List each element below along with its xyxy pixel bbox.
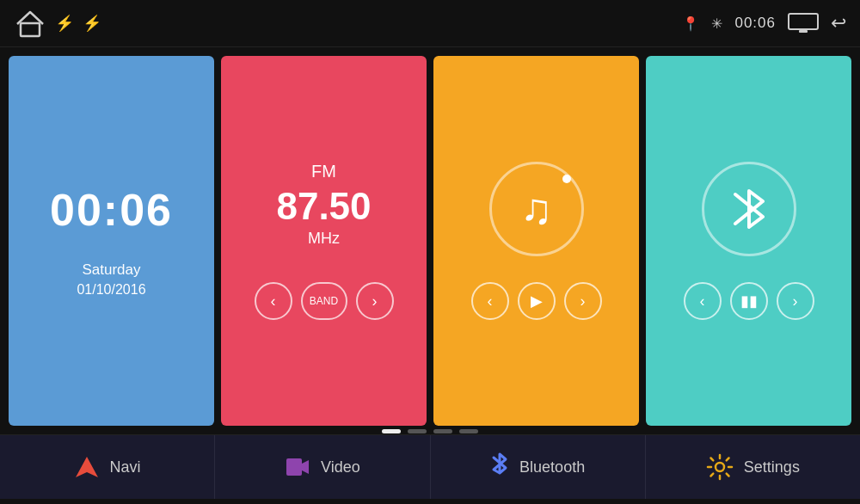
radio-band-button[interactable]: BAND	[301, 282, 347, 320]
clock-date: 01/10/2016	[77, 282, 145, 298]
svg-rect-4	[286, 458, 302, 476]
location-icon: 📍	[682, 15, 699, 32]
bluetooth-icon-circle	[702, 162, 796, 256]
music-controls: ‹ ▶ ›	[471, 282, 602, 320]
svg-marker-5	[302, 460, 309, 474]
svg-line-14	[710, 474, 713, 476]
bluetooth-card[interactable]: ‹ ▮▮ ›	[646, 56, 851, 426]
music-icon-circle: ♫	[489, 162, 584, 256]
status-time: 00:06	[734, 15, 776, 32]
bt-next-button[interactable]: ›	[777, 282, 814, 320]
music-card[interactable]: ♫ ‹ ▶ ›	[433, 56, 639, 426]
page-dots	[382, 429, 478, 433]
page-dot-1[interactable]	[382, 429, 401, 433]
nav-bar: Navi Video Bluetooth	[0, 434, 860, 499]
nav-item-bluetooth[interactable]: Bluetooth	[431, 435, 646, 499]
video-icon	[285, 456, 310, 478]
back-icon[interactable]: ↩	[831, 12, 846, 34]
page-dot-4[interactable]	[459, 429, 478, 433]
svg-line-12	[727, 474, 729, 476]
clock-card[interactable]: 00:06 Saturday 01/10/2016	[9, 56, 214, 426]
svg-rect-1	[789, 14, 818, 29]
screen-icon[interactable]	[788, 13, 819, 34]
status-left: ⚡ ⚡	[14, 9, 101, 38]
cards-area: 00:06 Saturday 01/10/2016 FM 87.50 MHz ‹…	[0, 47, 860, 434]
svg-marker-3	[76, 457, 98, 477]
nav-item-settings[interactable]: Settings	[646, 435, 860, 499]
music-note-icon: ♫	[520, 184, 553, 234]
usb-icon-1: ⚡	[55, 14, 74, 33]
music-play-button[interactable]: ▶	[518, 282, 556, 320]
usb-icon-2: ⚡	[83, 14, 101, 33]
radio-frequency: 87.50	[276, 185, 371, 228]
radio-prev-button[interactable]: ‹	[255, 282, 292, 320]
nav-label-bluetooth: Bluetooth	[519, 458, 585, 476]
svg-line-11	[710, 458, 713, 461]
radio-label: FM	[311, 162, 336, 181]
svg-point-6	[716, 463, 724, 471]
clock-time: 00:06	[50, 184, 173, 236]
page-dot-3[interactable]	[433, 429, 452, 433]
radio-card[interactable]: FM 87.50 MHz ‹ BAND ›	[221, 56, 427, 426]
navi-icon	[74, 454, 100, 480]
home-icon[interactable]	[14, 9, 46, 38]
radio-controls: ‹ BAND ›	[255, 282, 394, 320]
bt-controls: ‹ ▮▮ ›	[684, 282, 814, 320]
bluetooth-nav-icon	[490, 452, 509, 482]
nav-label-settings: Settings	[744, 458, 800, 476]
bt-playpause-button[interactable]: ▮▮	[730, 282, 768, 320]
svg-rect-0	[21, 23, 40, 36]
settings-icon	[706, 453, 734, 481]
bt-prev-button[interactable]: ‹	[684, 282, 722, 320]
status-right: 📍 ✳ 00:06 ↩	[682, 12, 846, 34]
radio-next-button[interactable]: ›	[356, 282, 394, 320]
status-bar: ⚡ ⚡ 📍 ✳ 00:06 ↩	[0, 0, 860, 47]
nav-label-video: Video	[321, 458, 360, 476]
clock-day: Saturday	[82, 261, 140, 279]
music-prev-button[interactable]: ‹	[471, 282, 509, 320]
nav-item-navi[interactable]: Navi	[0, 435, 215, 499]
svg-rect-2	[799, 30, 808, 33]
bluetooth-status-icon: ✳	[711, 15, 722, 32]
svg-line-13	[727, 458, 729, 461]
nav-label-navi: Navi	[110, 458, 141, 476]
nav-item-video[interactable]: Video	[215, 435, 430, 499]
bluetooth-large-icon	[727, 182, 771, 236]
page-dot-2[interactable]	[408, 429, 427, 433]
music-next-button[interactable]: ›	[564, 282, 602, 320]
radio-unit: MHz	[308, 230, 340, 248]
